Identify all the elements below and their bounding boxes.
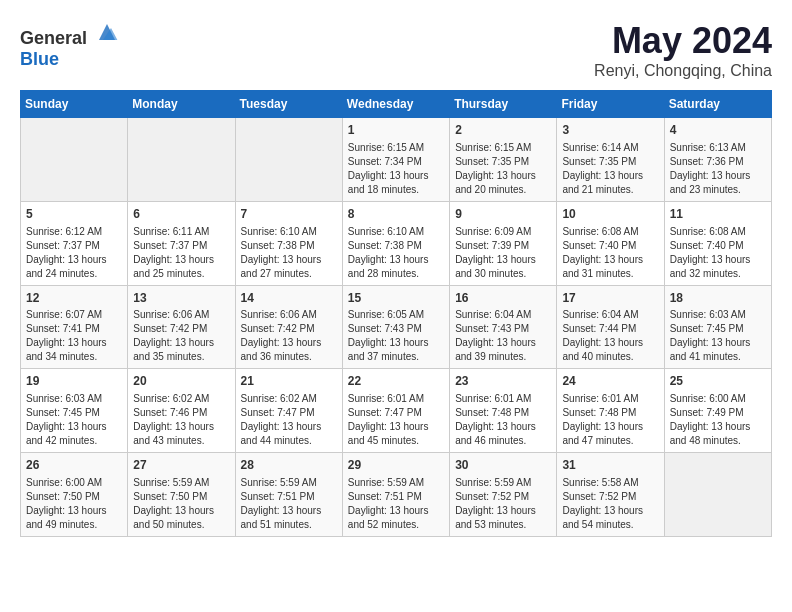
calendar-cell: 10Sunrise: 6:08 AM Sunset: 7:40 PM Dayli… xyxy=(557,201,664,285)
day-info: Sunrise: 6:01 AM Sunset: 7:47 PM Dayligh… xyxy=(348,392,444,448)
calendar-cell: 16Sunrise: 6:04 AM Sunset: 7:43 PM Dayli… xyxy=(450,285,557,369)
day-info: Sunrise: 6:03 AM Sunset: 7:45 PM Dayligh… xyxy=(670,308,766,364)
day-number: 3 xyxy=(562,122,658,139)
calendar-cell: 19Sunrise: 6:03 AM Sunset: 7:45 PM Dayli… xyxy=(21,369,128,453)
day-number: 22 xyxy=(348,373,444,390)
calendar-cell: 26Sunrise: 6:00 AM Sunset: 7:50 PM Dayli… xyxy=(21,453,128,537)
day-number: 6 xyxy=(133,206,229,223)
day-number: 30 xyxy=(455,457,551,474)
day-info: Sunrise: 5:59 AM Sunset: 7:51 PM Dayligh… xyxy=(348,476,444,532)
day-number: 23 xyxy=(455,373,551,390)
day-number: 8 xyxy=(348,206,444,223)
day-number: 14 xyxy=(241,290,337,307)
week-row-5: 26Sunrise: 6:00 AM Sunset: 7:50 PM Dayli… xyxy=(21,453,772,537)
day-number: 12 xyxy=(26,290,122,307)
calendar-cell: 28Sunrise: 5:59 AM Sunset: 7:51 PM Dayli… xyxy=(235,453,342,537)
calendar-header-row: SundayMondayTuesdayWednesdayThursdayFrid… xyxy=(21,91,772,118)
week-row-2: 5Sunrise: 6:12 AM Sunset: 7:37 PM Daylig… xyxy=(21,201,772,285)
day-number: 20 xyxy=(133,373,229,390)
day-info: Sunrise: 6:13 AM Sunset: 7:36 PM Dayligh… xyxy=(670,141,766,197)
day-info: Sunrise: 6:03 AM Sunset: 7:45 PM Dayligh… xyxy=(26,392,122,448)
day-number: 4 xyxy=(670,122,766,139)
day-info: Sunrise: 6:08 AM Sunset: 7:40 PM Dayligh… xyxy=(562,225,658,281)
day-info: Sunrise: 6:01 AM Sunset: 7:48 PM Dayligh… xyxy=(562,392,658,448)
calendar-cell: 1Sunrise: 6:15 AM Sunset: 7:34 PM Daylig… xyxy=(342,118,449,202)
logo-general: General xyxy=(20,28,87,48)
day-number: 5 xyxy=(26,206,122,223)
calendar-cell: 15Sunrise: 6:05 AM Sunset: 7:43 PM Dayli… xyxy=(342,285,449,369)
calendar-cell: 25Sunrise: 6:00 AM Sunset: 7:49 PM Dayli… xyxy=(664,369,771,453)
calendar-cell: 23Sunrise: 6:01 AM Sunset: 7:48 PM Dayli… xyxy=(450,369,557,453)
calendar-cell: 29Sunrise: 5:59 AM Sunset: 7:51 PM Dayli… xyxy=(342,453,449,537)
day-number: 11 xyxy=(670,206,766,223)
calendar-cell: 2Sunrise: 6:15 AM Sunset: 7:35 PM Daylig… xyxy=(450,118,557,202)
day-number: 7 xyxy=(241,206,337,223)
day-info: Sunrise: 6:11 AM Sunset: 7:37 PM Dayligh… xyxy=(133,225,229,281)
day-number: 18 xyxy=(670,290,766,307)
calendar-cell: 11Sunrise: 6:08 AM Sunset: 7:40 PM Dayli… xyxy=(664,201,771,285)
calendar-cell: 14Sunrise: 6:06 AM Sunset: 7:42 PM Dayli… xyxy=(235,285,342,369)
day-number: 1 xyxy=(348,122,444,139)
calendar-table: SundayMondayTuesdayWednesdayThursdayFrid… xyxy=(20,90,772,537)
day-info: Sunrise: 6:00 AM Sunset: 7:50 PM Dayligh… xyxy=(26,476,122,532)
day-info: Sunrise: 5:59 AM Sunset: 7:51 PM Dayligh… xyxy=(241,476,337,532)
day-info: Sunrise: 6:04 AM Sunset: 7:44 PM Dayligh… xyxy=(562,308,658,364)
header-saturday: Saturday xyxy=(664,91,771,118)
day-info: Sunrise: 6:08 AM Sunset: 7:40 PM Dayligh… xyxy=(670,225,766,281)
day-info: Sunrise: 6:14 AM Sunset: 7:35 PM Dayligh… xyxy=(562,141,658,197)
logo-blue: Blue xyxy=(20,49,59,69)
day-info: Sunrise: 6:15 AM Sunset: 7:34 PM Dayligh… xyxy=(348,141,444,197)
calendar-cell: 5Sunrise: 6:12 AM Sunset: 7:37 PM Daylig… xyxy=(21,201,128,285)
logo: General Blue xyxy=(20,20,119,70)
day-info: Sunrise: 6:02 AM Sunset: 7:47 PM Dayligh… xyxy=(241,392,337,448)
day-number: 28 xyxy=(241,457,337,474)
day-info: Sunrise: 6:02 AM Sunset: 7:46 PM Dayligh… xyxy=(133,392,229,448)
day-info: Sunrise: 6:06 AM Sunset: 7:42 PM Dayligh… xyxy=(133,308,229,364)
header-friday: Friday xyxy=(557,91,664,118)
calendar-title: May 2024 xyxy=(594,20,772,62)
calendar-cell: 30Sunrise: 5:59 AM Sunset: 7:52 PM Dayli… xyxy=(450,453,557,537)
calendar-cell: 31Sunrise: 5:58 AM Sunset: 7:52 PM Dayli… xyxy=(557,453,664,537)
calendar-cell: 6Sunrise: 6:11 AM Sunset: 7:37 PM Daylig… xyxy=(128,201,235,285)
day-number: 31 xyxy=(562,457,658,474)
day-info: Sunrise: 5:59 AM Sunset: 7:50 PM Dayligh… xyxy=(133,476,229,532)
calendar-cell: 9Sunrise: 6:09 AM Sunset: 7:39 PM Daylig… xyxy=(450,201,557,285)
header-sunday: Sunday xyxy=(21,91,128,118)
day-number: 29 xyxy=(348,457,444,474)
day-number: 21 xyxy=(241,373,337,390)
week-row-1: 1Sunrise: 6:15 AM Sunset: 7:34 PM Daylig… xyxy=(21,118,772,202)
calendar-cell xyxy=(21,118,128,202)
calendar-cell: 21Sunrise: 6:02 AM Sunset: 7:47 PM Dayli… xyxy=(235,369,342,453)
day-info: Sunrise: 6:00 AM Sunset: 7:49 PM Dayligh… xyxy=(670,392,766,448)
calendar-cell: 17Sunrise: 6:04 AM Sunset: 7:44 PM Dayli… xyxy=(557,285,664,369)
calendar-cell: 20Sunrise: 6:02 AM Sunset: 7:46 PM Dayli… xyxy=(128,369,235,453)
calendar-cell: 22Sunrise: 6:01 AM Sunset: 7:47 PM Dayli… xyxy=(342,369,449,453)
calendar-cell: 27Sunrise: 5:59 AM Sunset: 7:50 PM Dayli… xyxy=(128,453,235,537)
page-header: General Blue May 2024 Renyi, Chongqing, … xyxy=(20,20,772,80)
header-wednesday: Wednesday xyxy=(342,91,449,118)
day-info: Sunrise: 6:10 AM Sunset: 7:38 PM Dayligh… xyxy=(348,225,444,281)
day-number: 26 xyxy=(26,457,122,474)
day-number: 27 xyxy=(133,457,229,474)
day-number: 24 xyxy=(562,373,658,390)
day-info: Sunrise: 6:06 AM Sunset: 7:42 PM Dayligh… xyxy=(241,308,337,364)
day-number: 9 xyxy=(455,206,551,223)
day-number: 15 xyxy=(348,290,444,307)
day-number: 2 xyxy=(455,122,551,139)
header-tuesday: Tuesday xyxy=(235,91,342,118)
calendar-cell: 3Sunrise: 6:14 AM Sunset: 7:35 PM Daylig… xyxy=(557,118,664,202)
day-info: Sunrise: 6:10 AM Sunset: 7:38 PM Dayligh… xyxy=(241,225,337,281)
week-row-3: 12Sunrise: 6:07 AM Sunset: 7:41 PM Dayli… xyxy=(21,285,772,369)
calendar-cell: 12Sunrise: 6:07 AM Sunset: 7:41 PM Dayli… xyxy=(21,285,128,369)
day-number: 19 xyxy=(26,373,122,390)
calendar-cell: 13Sunrise: 6:06 AM Sunset: 7:42 PM Dayli… xyxy=(128,285,235,369)
calendar-subtitle: Renyi, Chongqing, China xyxy=(594,62,772,80)
calendar-cell: 8Sunrise: 6:10 AM Sunset: 7:38 PM Daylig… xyxy=(342,201,449,285)
header-thursday: Thursday xyxy=(450,91,557,118)
day-info: Sunrise: 6:12 AM Sunset: 7:37 PM Dayligh… xyxy=(26,225,122,281)
day-info: Sunrise: 6:09 AM Sunset: 7:39 PM Dayligh… xyxy=(455,225,551,281)
day-number: 10 xyxy=(562,206,658,223)
day-info: Sunrise: 6:07 AM Sunset: 7:41 PM Dayligh… xyxy=(26,308,122,364)
day-info: Sunrise: 5:59 AM Sunset: 7:52 PM Dayligh… xyxy=(455,476,551,532)
day-number: 17 xyxy=(562,290,658,307)
